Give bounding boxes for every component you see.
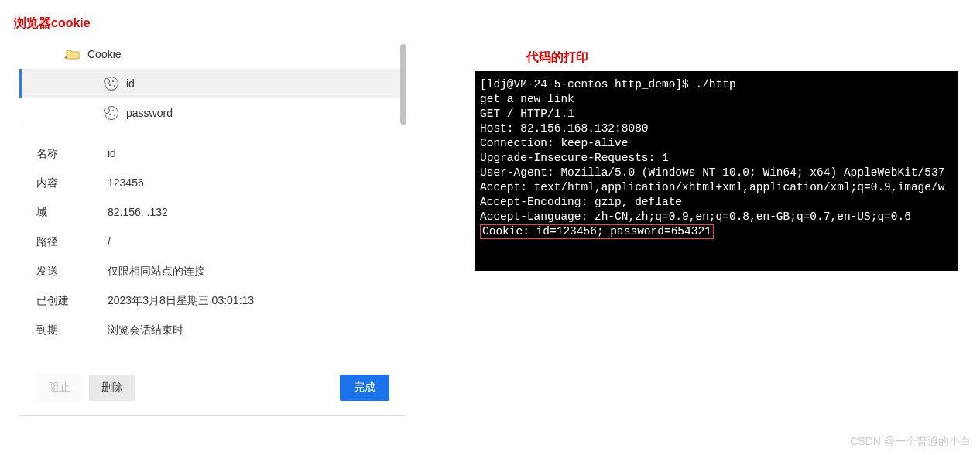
folder-icon (66, 49, 80, 60)
tree-item-id[interactable]: id (19, 69, 406, 98)
tree-item-password[interactable]: password (19, 98, 406, 128)
detail-value: 2023年3月8日星期三 03:01:13 (108, 294, 406, 308)
detail-row-domain: 域 82.156. .132 (19, 198, 406, 228)
detail-label: 内容 (36, 176, 108, 190)
terminal-line: get a new link (480, 92, 954, 107)
terminal-line: Accept: text/html,application/xhtml+xml,… (480, 180, 954, 195)
tree-item-label: password (126, 107, 173, 119)
detail-row-name: 名称 id (19, 139, 406, 169)
detail-value: 浏览会话结束时 (108, 323, 406, 337)
button-bar: 阻止 删除 完成 (19, 353, 406, 416)
terminal-line: Accept-Language: zh-CN,zh;q=0.9,en;q=0.8… (480, 210, 954, 224)
block-button[interactable]: 阻止 (36, 375, 83, 401)
done-button[interactable]: 完成 (340, 375, 389, 401)
detail-label: 域 (36, 206, 108, 220)
detail-row-created: 已创建 2023年3月8日星期三 03:01:13 (19, 286, 406, 316)
detail-row-content: 内容 123456 (19, 169, 406, 198)
detail-value: 123456 (108, 176, 406, 190)
cookie-tree: ◢ Cookie id password (19, 39, 406, 128)
detail-row-expires: 到期 浏览会话结束时 (19, 316, 406, 345)
detail-value: / (108, 235, 406, 249)
terminal-line: Upgrade-Insecure-Requests: 1 (480, 151, 954, 166)
detail-label: 路径 (36, 235, 108, 249)
terminal-highlight-cookie: Cookie: id=123456; password=654321 (480, 224, 714, 239)
terminal-line: GET / HTTP/1.1 (480, 107, 954, 121)
detail-value: id (108, 147, 406, 161)
terminal-line: User-Agent: Mozilla/5.0 (Windows NT 10.0… (480, 166, 954, 180)
detail-label: 名称 (36, 147, 108, 161)
detail-label: 已创建 (36, 294, 108, 308)
detail-row-path: 路径 / (19, 228, 406, 257)
tree-root-cookie[interactable]: ◢ Cookie (19, 39, 406, 69)
browser-cookie-title: 浏览器cookie (0, 0, 980, 39)
cookie-icon (105, 106, 118, 120)
detail-label: 到期 (36, 323, 108, 337)
detail-value: 82.156. .132 (108, 206, 406, 220)
terminal-line: [ldj@VM-24-5-centos http_demo]$ ./http (480, 77, 954, 92)
code-print-title: 代码的打印 (526, 50, 588, 66)
watermark: CSDN @一个普通的小白 (850, 435, 971, 449)
delete-button[interactable]: 删除 (89, 375, 135, 401)
cookie-details: 名称 id 内容 123456 域 82.156. .132 路径 / 发送 仅… (19, 128, 406, 353)
terminal-line: Host: 82.156.168.132:8080 (480, 121, 954, 136)
terminal-line: Connection: keep-alive (480, 136, 954, 151)
tree-root-label: Cookie (87, 48, 122, 60)
cookie-icon (105, 77, 118, 91)
detail-value: 仅限相同站点的连接 (108, 265, 406, 279)
cookie-panel: ◢ Cookie id password 名称 id 内容 123456 域 8… (19, 39, 406, 416)
tree-scrollbar[interactable] (400, 44, 406, 125)
detail-label: 发送 (36, 265, 108, 279)
terminal-output: [ldj@VM-24-5-centos http_demo]$ ./httpge… (475, 71, 958, 271)
terminal-line: Accept-Encoding: gzip, deflate (480, 195, 954, 210)
tree-item-label: id (126, 77, 135, 90)
detail-row-send: 发送 仅限相同站点的连接 (19, 257, 406, 286)
